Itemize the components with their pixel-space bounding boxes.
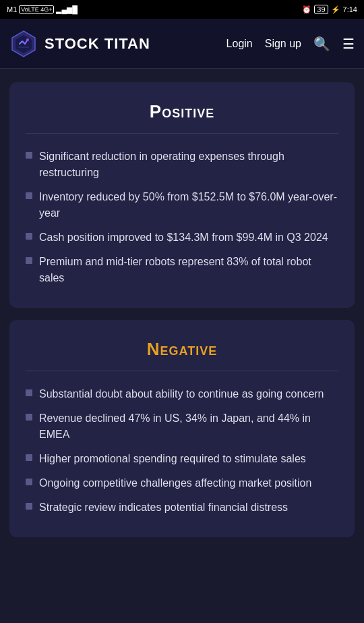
search-icon[interactable]: 🔍 — [313, 36, 330, 52]
positive-item-2: Inventory reduced by 50% from $152.5M to… — [39, 189, 338, 221]
charging-icon: ⚡ — [331, 5, 340, 14]
carrier-label: M1 — [7, 5, 17, 13]
svg-point-2 — [26, 38, 29, 41]
positive-item-1: Significant reduction in operating expen… — [39, 148, 338, 181]
bullet-marker — [26, 389, 32, 396]
bullet-marker — [26, 233, 32, 240]
signup-link[interactable]: Sign up — [265, 38, 301, 50]
positive-list: Significant reduction in operating expen… — [26, 148, 338, 286]
header: STOCK TITAN Login Sign up 🔍 ☰ — [0, 19, 364, 69]
bullet-marker — [26, 503, 32, 510]
logo-area: STOCK TITAN — [9, 30, 226, 58]
negative-title: Negative — [26, 339, 338, 360]
positive-card: Positive Significant reduction in operat… — [9, 82, 355, 308]
negative-list: Substantial doubt about ability to conti… — [26, 386, 338, 516]
bullet-marker — [26, 414, 32, 421]
main-content: Positive Significant reduction in operat… — [0, 69, 364, 551]
status-left: M1 VoLTE 4G+ ▂▄▆█ — [7, 5, 78, 14]
negative-divider — [26, 371, 338, 371]
positive-item-3: Cash position improved to $134.3M from $… — [39, 229, 338, 246]
negative-item-2: Revenue declined 47% in US, 34% in Japan… — [39, 410, 338, 443]
bullet-marker — [26, 479, 32, 485]
list-item: Revenue declined 47% in US, 34% in Japan… — [26, 410, 338, 443]
list-item: Strategic review indicates potential fin… — [26, 499, 338, 516]
battery-indicator: 39 — [314, 5, 328, 14]
list-item: Premium and mid-tier robots represent 83… — [26, 254, 338, 286]
list-item: Inventory reduced by 50% from $152.5M to… — [26, 189, 338, 221]
status-right: ⏰ 39 ⚡ 7:14 — [302, 5, 357, 14]
list-item: Substantial doubt about ability to conti… — [26, 386, 338, 402]
list-item: Significant reduction in operating expen… — [26, 148, 338, 181]
positive-title: Positive — [26, 101, 338, 122]
list-item: Ongoing competitive challenges affecting… — [26, 475, 338, 491]
negative-card: Negative Substantial doubt about ability… — [9, 320, 355, 537]
bullet-marker — [26, 192, 32, 199]
logo-icon — [9, 30, 38, 58]
status-bar: M1 VoLTE 4G+ ▂▄▆█ ⏰ 39 ⚡ 7:14 — [0, 0, 364, 19]
login-link[interactable]: Login — [226, 38, 253, 50]
negative-item-4: Ongoing competitive challenges affecting… — [39, 475, 338, 491]
positive-item-4: Premium and mid-tier robots represent 83… — [39, 254, 338, 286]
time-display: 7:14 — [343, 5, 357, 13]
negative-item-5: Strategic review indicates potential fin… — [39, 499, 338, 516]
list-item: Cash position improved to $134.3M from $… — [26, 229, 338, 246]
nav-links: Login Sign up 🔍 ☰ — [226, 36, 355, 52]
negative-item-1: Substantial doubt about ability to conti… — [39, 386, 338, 402]
bullet-marker — [26, 454, 32, 461]
signal-bars: ▂▄▆█ — [56, 5, 78, 14]
bullet-marker — [26, 257, 32, 264]
bullet-marker — [26, 152, 32, 159]
list-item: Higher promotional spending required to … — [26, 451, 338, 467]
logo-text: STOCK TITAN — [44, 35, 150, 53]
menu-icon[interactable]: ☰ — [342, 36, 355, 52]
negative-item-3: Higher promotional spending required to … — [39, 451, 338, 467]
alarm-icon: ⏰ — [302, 5, 311, 14]
network-label: VoLTE 4G+ — [19, 5, 54, 13]
positive-divider — [26, 133, 338, 134]
